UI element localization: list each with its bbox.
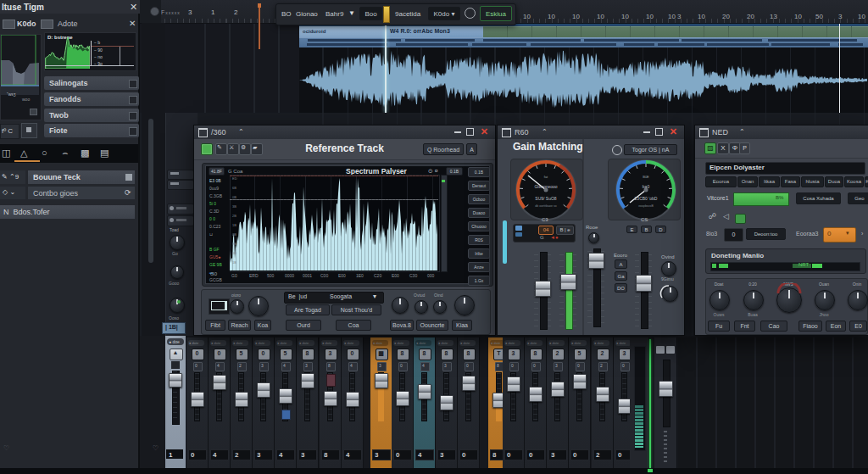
svg-text:SU9/ SuO8: SU9/ SuO8: [535, 196, 557, 201]
svg-text:db oortttbaoe so: db oortttbaoe so: [535, 204, 556, 208]
svg-text:eoopbovoB: eoopbovoB: [638, 204, 654, 208]
svg-text:Gleooneooo: Gleooneooo: [534, 184, 557, 189]
svg-text:23CB0 'obD: 23CB0 'obD: [635, 196, 658, 201]
svg-text:ba0: ba0: [643, 184, 650, 189]
svg-text:B0E: B0E: [643, 175, 649, 179]
